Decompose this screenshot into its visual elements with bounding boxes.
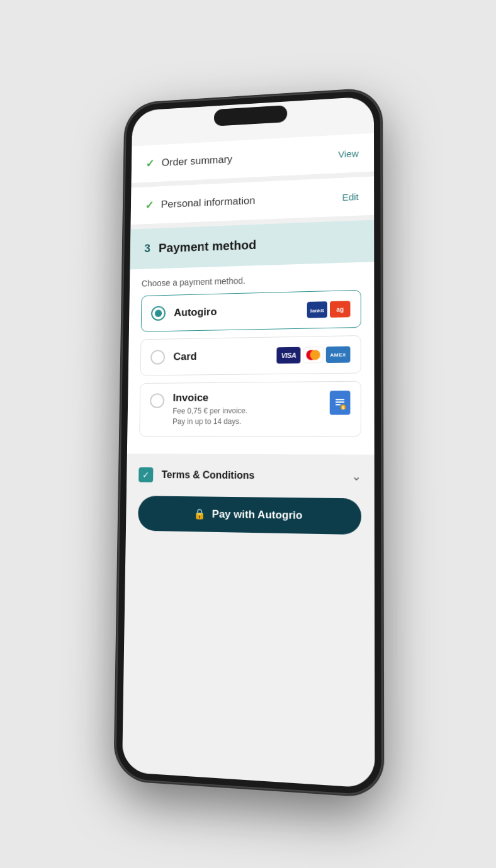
amex-icon: AMEX — [326, 346, 351, 363]
terms-row: ✓ Terms & Conditions ⌄ — [138, 456, 361, 493]
invoice-option-left: Invoice Fee 0,75 € per invoice.Pay in up… — [150, 391, 248, 427]
autogiro-label: Autogiro — [174, 306, 217, 319]
autogiro-radio-inner — [155, 309, 162, 317]
step-number: 3 — [144, 242, 150, 255]
screen-content: ✓ Order summary View ✓ Personal informat… — [122, 133, 375, 789]
svg-rect-4 — [335, 401, 344, 403]
order-summary-check-icon: ✓ — [145, 157, 154, 170]
edit-link[interactable]: Edit — [342, 191, 359, 203]
autogiro-option-left: Autogiro — [151, 304, 217, 321]
personal-info-section: ✓ Personal information Edit — [131, 176, 375, 225]
pay-button-wrapper: 🔒 Pay with Autogrio — [126, 491, 375, 550]
terms-left: ✓ Terms & Conditions — [138, 467, 254, 483]
invoice-icon: $ — [330, 391, 351, 415]
svg-text:BankID: BankID — [310, 308, 324, 314]
visa-icon: VISA — [276, 347, 300, 364]
personal-info-title: Personal information — [161, 194, 256, 211]
terms-section: ✓ Terms & Conditions ⌄ — [127, 453, 375, 493]
card-option[interactable]: Card VISA AMEX — [140, 335, 361, 376]
invoice-radio[interactable] — [150, 393, 164, 408]
pay-button-label: Pay with Autogrio — [212, 508, 303, 521]
autogiro-radio[interactable] — [151, 306, 166, 321]
bankid-icon: BankID — [307, 301, 327, 318]
mastercard-icon — [303, 347, 323, 363]
invoice-text: Invoice Fee 0,75 € per invoice.Pay in up… — [172, 391, 248, 426]
pay-button[interactable]: 🔒 Pay with Autogrio — [138, 496, 361, 535]
order-summary-title: Order summary — [162, 153, 233, 169]
ag-icon: ag — [330, 301, 351, 318]
chevron-down-icon[interactable]: ⌄ — [352, 469, 362, 484]
phone-screen: ✓ Order summary View ✓ Personal informat… — [122, 96, 375, 788]
card-option-left: Card — [150, 349, 197, 364]
payment-body: Choose a payment method. Autogiro — [127, 262, 375, 454]
autogiro-option[interactable]: Autogiro BankID ag — [141, 290, 361, 332]
svg-text:$: $ — [342, 406, 344, 411]
card-label: Card — [173, 350, 196, 363]
order-summary-left: ✓ Order summary — [145, 153, 232, 170]
svg-rect-5 — [335, 404, 341, 405]
invoice-option[interactable]: Invoice Fee 0,75 € per invoice.Pay in up… — [139, 381, 361, 437]
payment-method-header: 3 Payment method — [130, 220, 374, 270]
view-link[interactable]: View — [338, 148, 359, 159]
order-summary-section: ✓ Order summary View — [132, 133, 375, 183]
terms-checkbox[interactable]: ✓ — [138, 467, 153, 482]
invoice-subtitle: Fee 0,75 € per invoice.Pay in up to 14 d… — [172, 406, 247, 427]
phone-wrapper: ✓ Order summary View ✓ Personal informat… — [0, 0, 496, 868]
personal-info-check-icon: ✓ — [145, 199, 154, 212]
lock-icon: 🔒 — [193, 508, 206, 520]
svg-rect-3 — [335, 399, 344, 400]
payment-method-title: Payment method — [159, 238, 256, 255]
card-radio[interactable] — [150, 350, 165, 365]
invoice-title: Invoice — [172, 391, 247, 404]
autogiro-icons: BankID ag — [307, 301, 351, 318]
phone-frame: ✓ Order summary View ✓ Personal informat… — [115, 88, 383, 797]
terms-label: Terms & Conditions — [162, 469, 255, 481]
card-icons: VISA AMEX — [276, 346, 350, 364]
personal-info-left: ✓ Personal information — [145, 194, 255, 213]
